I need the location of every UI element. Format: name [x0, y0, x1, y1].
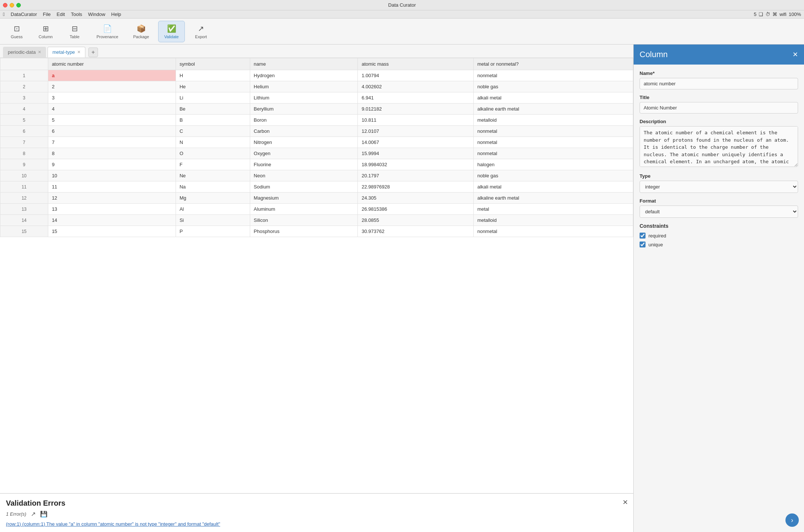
- cell-name[interactable]: Aluminum: [250, 204, 358, 215]
- cell-type[interactable]: metal: [473, 204, 633, 215]
- cell-atomic-number[interactable]: 6: [48, 126, 176, 137]
- cell-atomic_mass[interactable]: 26.9815386: [358, 204, 474, 215]
- cell-atomic_mass[interactable]: 1.00794: [358, 70, 474, 81]
- cell-atomic-number[interactable]: 8: [48, 148, 176, 159]
- cell-atomic-number[interactable]: 11: [48, 181, 176, 193]
- menu-window[interactable]: Window: [88, 12, 105, 17]
- cell-atomic_mass[interactable]: 22.98976928: [358, 181, 474, 193]
- export-error-icon[interactable]: ↗: [31, 510, 36, 518]
- cell-atomic_mass[interactable]: 10.811: [358, 115, 474, 126]
- cell-atomic-number[interactable]: 3: [48, 92, 176, 104]
- col-header-atomic-number[interactable]: atomic number: [48, 58, 176, 70]
- tab-metal-type-close[interactable]: ✕: [77, 50, 81, 54]
- cell-name[interactable]: Helium: [250, 81, 358, 92]
- cell-name[interactable]: Silicon: [250, 215, 358, 226]
- add-tab-button[interactable]: +: [88, 47, 98, 57]
- close-button[interactable]: [3, 3, 7, 7]
- menu-file[interactable]: File: [43, 12, 51, 17]
- save-error-icon[interactable]: 💾: [40, 510, 48, 518]
- cell-symbol[interactable]: B: [176, 115, 250, 126]
- col-header-metal[interactable]: metal or nonmetal?: [473, 58, 633, 70]
- cell-atomic-number[interactable]: 2: [48, 81, 176, 92]
- cell-symbol[interactable]: Mg: [176, 193, 250, 204]
- cell-type[interactable]: noble gas: [473, 170, 633, 181]
- cell-symbol[interactable]: He: [176, 81, 250, 92]
- toolbar-guess[interactable]: ⊡ Guess: [4, 21, 30, 42]
- cell-name[interactable]: Magnesium: [250, 193, 358, 204]
- cell-type[interactable]: nonmetal: [473, 137, 633, 148]
- cell-atomic-number[interactable]: 14: [48, 215, 176, 226]
- toolbar-validate[interactable]: ✅ Validate: [158, 21, 185, 42]
- cell-type[interactable]: alkali metal: [473, 92, 633, 104]
- cell-atomic_mass[interactable]: 14.0067: [358, 137, 474, 148]
- tab-periodic-data[interactable]: periodic-data ✕: [3, 47, 46, 58]
- cell-atomic_mass[interactable]: 12.0107: [358, 126, 474, 137]
- cell-name[interactable]: Carbon: [250, 126, 358, 137]
- cell-symbol[interactable]: Na: [176, 181, 250, 193]
- col-header-symbol[interactable]: symbol: [176, 58, 250, 70]
- cell-type[interactable]: alkaline earth metal: [473, 104, 633, 115]
- cell-atomic-number[interactable]: a: [48, 70, 176, 81]
- cell-name[interactable]: Beryllium: [250, 104, 358, 115]
- cell-symbol[interactable]: P: [176, 226, 250, 237]
- cell-symbol[interactable]: Ne: [176, 170, 250, 181]
- cell-atomic_mass[interactable]: 18.9984032: [358, 159, 474, 170]
- cell-symbol[interactable]: Be: [176, 104, 250, 115]
- cell-name[interactable]: Neon: [250, 170, 358, 181]
- table-scroll-area[interactable]: atomic number symbol name atomic mass me…: [0, 58, 633, 237]
- menu-help[interactable]: Help: [111, 12, 121, 17]
- cell-type[interactable]: metalloid: [473, 115, 633, 126]
- menu-edit[interactable]: Edit: [57, 12, 65, 17]
- menu-tools[interactable]: Tools: [71, 12, 82, 17]
- cell-symbol[interactable]: N: [176, 137, 250, 148]
- cell-atomic_mass[interactable]: 28.0855: [358, 215, 474, 226]
- cell-atomic-number[interactable]: 7: [48, 137, 176, 148]
- field-description-textarea[interactable]: [640, 126, 798, 167]
- cell-atomic_mass[interactable]: 15.9994: [358, 148, 474, 159]
- cell-type[interactable]: halogen: [473, 159, 633, 170]
- cell-symbol[interactable]: Si: [176, 215, 250, 226]
- panel-close-button[interactable]: ✕: [792, 50, 798, 59]
- cell-type[interactable]: nonmetal: [473, 148, 633, 159]
- cell-type[interactable]: noble gas: [473, 81, 633, 92]
- cell-atomic_mass[interactable]: 6.941: [358, 92, 474, 104]
- cell-symbol[interactable]: H: [176, 70, 250, 81]
- cell-name[interactable]: Hydrogen: [250, 70, 358, 81]
- field-type-select[interactable]: integerstringnumberbooleandatedatetimeye…: [640, 181, 798, 193]
- cell-atomic-number[interactable]: 9: [48, 159, 176, 170]
- tab-periodic-data-close[interactable]: ✕: [38, 50, 41, 54]
- cell-name[interactable]: Boron: [250, 115, 358, 126]
- toolbar-column[interactable]: ⊞ Column: [33, 21, 59, 42]
- cell-atomic_mass[interactable]: 24.305: [358, 193, 474, 204]
- cell-type[interactable]: alkaline earth metal: [473, 193, 633, 204]
- col-header-name[interactable]: name: [250, 58, 358, 70]
- validation-error-message[interactable]: (row:1) (column:1) The value "a" in colu…: [6, 521, 627, 527]
- cell-atomic_mass[interactable]: 20.1797: [358, 170, 474, 181]
- toolbar-package[interactable]: 📦 Package: [127, 21, 155, 42]
- tab-metal-type[interactable]: metal-type ✕: [48, 47, 85, 58]
- cell-symbol[interactable]: Al: [176, 204, 250, 215]
- field-title-input[interactable]: [640, 102, 798, 114]
- menu-app[interactable]: DataCurator: [11, 12, 37, 17]
- cell-symbol[interactable]: O: [176, 148, 250, 159]
- maximize-button[interactable]: [16, 3, 21, 7]
- cell-name[interactable]: Fluorine: [250, 159, 358, 170]
- cell-atomic-number[interactable]: 4: [48, 104, 176, 115]
- cell-type[interactable]: nonmetal: [473, 70, 633, 81]
- cell-name[interactable]: Lithium: [250, 92, 358, 104]
- cell-name[interactable]: Phosphorus: [250, 226, 358, 237]
- cell-type[interactable]: nonmetal: [473, 226, 633, 237]
- next-column-button[interactable]: ›: [785, 513, 799, 527]
- cell-symbol[interactable]: C: [176, 126, 250, 137]
- cell-name[interactable]: Oxygen: [250, 148, 358, 159]
- toolbar-export[interactable]: ↗ Export: [188, 21, 214, 42]
- toolbar-table[interactable]: ⊟ Table: [62, 21, 88, 42]
- cell-type[interactable]: alkali metal: [473, 181, 633, 193]
- cell-symbol[interactable]: F: [176, 159, 250, 170]
- cell-type[interactable]: metalloid: [473, 215, 633, 226]
- field-format-select[interactable]: default: [640, 206, 798, 218]
- cell-name[interactable]: Nitrogen: [250, 137, 358, 148]
- menu-apple[interactable]: : [3, 12, 5, 17]
- required-checkbox[interactable]: [640, 233, 646, 239]
- cell-symbol[interactable]: Li: [176, 92, 250, 104]
